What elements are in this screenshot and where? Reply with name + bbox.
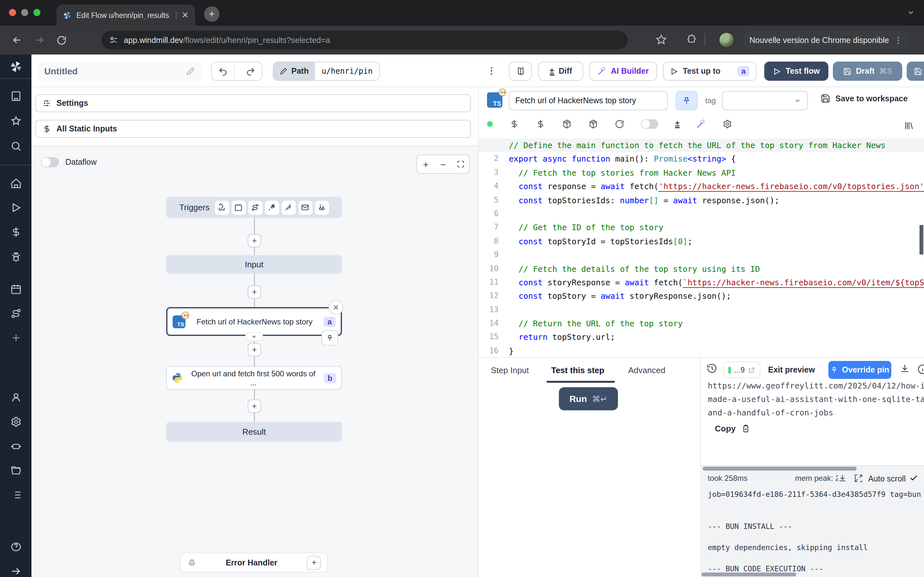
test-up-to-button[interactable]: Test up to a	[663, 61, 756, 81]
editor-toggle[interactable]	[641, 119, 658, 129]
flow-name-field[interactable]: Untitled	[38, 61, 202, 81]
step-a-node[interactable]: TS Fetch url of HackerNews top story a	[166, 307, 342, 336]
diff-button[interactable]: ± Diff	[538, 61, 583, 81]
save-to-workspace-button[interactable]: Save to workspace	[821, 93, 908, 103]
edit-pencil-icon[interactable]	[186, 67, 195, 76]
add-error-handler-button[interactable]	[307, 556, 321, 570]
download-icon[interactable]	[900, 364, 910, 374]
variables-icon[interactable]	[509, 119, 519, 129]
exit-preview-button[interactable]: Exit preview	[768, 366, 815, 374]
sidebar-item-add[interactable]	[10, 332, 21, 343]
insert-step-button[interactable]	[248, 285, 261, 299]
sidebar-item-search[interactable]	[10, 140, 21, 152]
tag-select[interactable]	[722, 91, 808, 110]
sidebar-item-variables[interactable]	[10, 226, 21, 238]
deploy-button[interactable]: Deploy	[907, 61, 924, 81]
bookmark-star-icon[interactable]	[656, 34, 667, 45]
library-icon[interactable]	[903, 121, 914, 131]
test-flow-button[interactable]: Test flow	[764, 61, 829, 81]
chrome-update-button[interactable]: Nouvelle version de Chrome disponible ⋮	[742, 31, 910, 49]
collapse-node-chevron[interactable]	[245, 332, 263, 341]
sidebar-item-schedules[interactable]	[10, 284, 21, 295]
check-icon[interactable]	[909, 473, 918, 482]
logs-scrollbar-bottom[interactable]	[701, 572, 796, 576]
sidebar-item-workspace[interactable]	[10, 90, 21, 102]
site-settings-icon[interactable]	[109, 35, 118, 45]
sidebar-item-queues[interactable]	[10, 489, 21, 501]
insert-step-button[interactable]	[248, 343, 261, 356]
result-node[interactable]: Result	[166, 422, 342, 442]
ai-assistant-icon[interactable]	[696, 119, 706, 129]
expand-logs-icon[interactable]	[854, 474, 863, 483]
sidebar-item-runs[interactable]	[10, 202, 21, 213]
kafka-trigger-icon[interactable]	[281, 200, 296, 214]
insert-step-button[interactable]	[248, 234, 261, 247]
triggers-node[interactable]: Triggers	[166, 197, 342, 218]
pin-toggle-button[interactable]	[676, 91, 698, 110]
windmill-logo[interactable]	[9, 55, 23, 78]
new-tab-button[interactable]: +	[204, 6, 220, 22]
webhook-trigger-icon[interactable]	[215, 200, 229, 214]
job-id-pill[interactable]: ...9	[723, 362, 760, 378]
zoom-out-button[interactable]: −	[435, 155, 452, 173]
pin-node-button[interactable]	[321, 330, 338, 346]
docs-button[interactable]	[509, 61, 532, 81]
profile-avatar[interactable]	[719, 32, 735, 48]
email-trigger-icon[interactable]	[298, 200, 312, 214]
extensions-icon[interactable]	[687, 34, 698, 45]
step-title-input[interactable]: Fetch url of HackerNews top story	[509, 91, 668, 110]
info-circle-icon[interactable]	[917, 364, 924, 375]
schedule-trigger-icon[interactable]	[231, 200, 246, 214]
back-icon[interactable]	[11, 35, 23, 45]
minimize-window-button[interactable]	[21, 9, 28, 16]
reload-icon[interactable]	[57, 35, 67, 45]
tab-close-icon[interactable]: ✕	[182, 10, 189, 20]
external-link-icon[interactable]	[748, 366, 755, 374]
sidebar-item-folders[interactable]	[10, 465, 21, 476]
tab-test-this-step[interactable]: Test this step	[551, 366, 604, 375]
tabstrip-chevron-icon[interactable]	[907, 8, 915, 17]
fullscreen-button[interactable]	[452, 155, 469, 173]
history-icon[interactable]	[706, 363, 717, 374]
diff-icon[interactable]: ±	[675, 120, 680, 128]
reload-icon[interactable]	[615, 119, 624, 129]
sidebar-item-settings[interactable]	[10, 416, 21, 428]
error-handler-node[interactable]: Error Handler	[180, 553, 328, 572]
sidebar-item-workers[interactable]	[10, 440, 21, 452]
tab-step-input[interactable]: Step Input	[491, 366, 529, 375]
logs-content[interactable]: job=019634fd-e186-211f-5364-d3e4385d57f9…	[708, 489, 923, 574]
sidebar-item-resources[interactable]	[10, 251, 21, 262]
flow-settings-button[interactable]: Settings	[35, 94, 471, 112]
zoom-in-button[interactable]: +	[417, 155, 435, 173]
tab-advanced[interactable]: Advanced	[628, 366, 666, 375]
url-field[interactable]: app.windmill.dev/flows/edit/u/henri/pin_…	[102, 31, 628, 49]
dataflow-toggle[interactable]	[41, 157, 59, 167]
poll-trigger-icon[interactable]	[315, 200, 329, 214]
websocket-trigger-icon[interactable]	[265, 200, 279, 214]
sidebar-item-routes[interactable]	[10, 308, 21, 319]
logs-panel[interactable]: took 258ms mem peak: 2 Auto scroll job=0…	[700, 466, 924, 577]
sidebar-item-account[interactable]	[10, 392, 21, 403]
code-content[interactable]: // Define the main function to fetch the…	[509, 139, 924, 357]
editor-scrollbar[interactable]	[919, 225, 923, 255]
path-widget[interactable]: Path u/henri/pin	[273, 61, 380, 81]
input-node[interactable]: Input	[166, 255, 342, 274]
download-logs-icon[interactable]	[838, 474, 847, 483]
route-trigger-icon[interactable]	[248, 200, 262, 214]
gear-icon[interactable]	[722, 119, 732, 129]
package-icon[interactable]	[562, 119, 572, 129]
code-editor[interactable]: 12345678910111213141516 // Define the ma…	[479, 137, 924, 357]
step-b-node[interactable]: Open url and fetch first 500 words of ..…	[166, 366, 342, 390]
override-pin-button[interactable]: Override pin	[829, 361, 891, 379]
zoom-window-button[interactable]	[33, 9, 40, 16]
draft-button[interactable]: Draft ⌘S	[833, 61, 902, 81]
ai-builder-button[interactable]: AI Builder	[589, 61, 657, 81]
result-url[interactable]: https://www.geoffreylitt.com/2025/04/12/…	[708, 379, 919, 419]
collapse-sidebar-icon[interactable]	[10, 566, 21, 577]
insert-step-button[interactable]	[248, 400, 261, 413]
undo-button[interactable]	[212, 62, 235, 80]
delete-step-button[interactable]	[328, 300, 343, 315]
flow-graph-canvas[interactable]: Dataflow + − Triggers	[31, 145, 478, 577]
logs-scrollbar-horizontal[interactable]	[703, 467, 857, 471]
copy-result-button[interactable]: Copy	[715, 424, 750, 434]
